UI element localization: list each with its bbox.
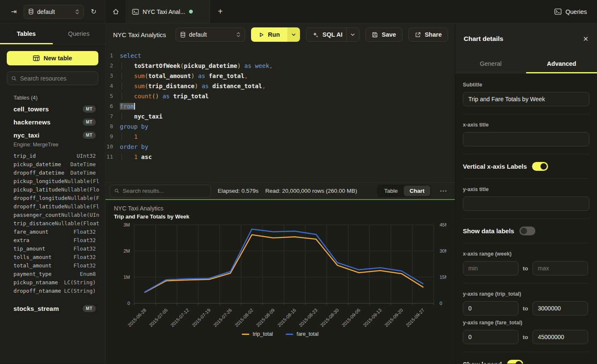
table-column-row: pickup_ntanameLC(String): [14, 278, 96, 287]
svg-text:0: 0: [440, 301, 442, 306]
legend-item[interactable]: trip_total: [242, 331, 273, 337]
svg-text:2015-09-20: 2015-09-20: [384, 307, 404, 328]
code-line[interactable]: 3│ sum(total_amount) as fare_total,: [105, 71, 455, 81]
engine-label: Engine: MergeTree: [7, 142, 98, 150]
code-line[interactable]: 6from: [105, 101, 455, 111]
queries-button[interactable]: Queries: [554, 8, 587, 15]
table-icon: [33, 55, 40, 61]
home-tab[interactable]: [105, 0, 126, 23]
resources-search[interactable]: [7, 71, 98, 85]
column-name: pickup_longitude: [14, 177, 64, 186]
sidebar-item-cell-towers[interactable]: cell_towers MT: [7, 102, 98, 116]
sql-ai-dropdown-caret[interactable]: [346, 28, 359, 41]
run-button-main[interactable]: Run: [251, 27, 287, 42]
tab-advanced[interactable]: Advanced: [526, 54, 597, 73]
run-dropdown-caret[interactable]: [287, 27, 300, 42]
topbar-database-value: default: [37, 8, 72, 15]
sql-ai-button[interactable]: SQL AI: [306, 27, 359, 42]
line-number: 2: [105, 61, 120, 71]
tab-status-dot: [189, 10, 193, 13]
sidebar-item-nyc-taxi[interactable]: nyc_taxi MT: [7, 129, 98, 142]
queries-label: Queries: [565, 8, 587, 15]
x-range-min-input[interactable]: [463, 261, 519, 275]
svg-text:0: 0: [127, 301, 130, 306]
code-content: │ sum(trip_distance) as distance_total,: [120, 81, 266, 91]
x-range-max-input[interactable]: [532, 261, 588, 275]
svg-text:2015-08-02: 2015-08-02: [234, 307, 254, 328]
code-line[interactable]: 2│ toStartOfWeek(pickup_datetime) as wee…: [105, 61, 455, 71]
column-name: pickup_ntaname: [14, 278, 58, 287]
tab-nyc-taxi-analytics[interactable]: NYC Taxi Anal...: [126, 0, 210, 23]
collapse-sidebar-icon[interactable]: ⇥: [8, 6, 19, 17]
y-range-fare-min-input[interactable]: [463, 330, 519, 344]
save-button[interactable]: Save: [365, 27, 403, 42]
column-name: extra: [14, 236, 30, 245]
resources-search-input[interactable]: [20, 75, 94, 82]
x-axis-title-input[interactable]: [463, 132, 589, 146]
table-column-row: pickup_latitudeNullable(Flo: [14, 186, 96, 194]
sidebar-item-hackernews[interactable]: hackernews MT: [7, 116, 98, 129]
code-line[interactable]: 11│ 1 asc: [105, 152, 455, 162]
y-range-trip-min-input[interactable]: [463, 301, 519, 315]
table-name: stocks_stream: [14, 305, 59, 312]
toolbar-database-selector[interactable]: default: [176, 27, 245, 42]
new-tab-button[interactable]: +: [210, 0, 230, 23]
panel-title: Chart details: [464, 35, 503, 43]
topbar-database-selector[interactable]: default: [24, 5, 84, 19]
show-data-labels-toggle[interactable]: [519, 226, 535, 235]
tab-label: NYC Taxi Anal...: [143, 8, 185, 15]
table-column-row: tolls_amountFloat32: [14, 253, 96, 262]
sidebar-tab-queries[interactable]: Queries: [53, 24, 105, 44]
line-number: 11: [105, 152, 120, 162]
sql-editor[interactable]: 1select2│ toStartOfWeek(pickup_datetime)…: [105, 46, 455, 182]
results-search[interactable]: [110, 185, 211, 197]
panel-body: Subtitle x-axis title Vertical x-axis La…: [455, 73, 597, 364]
y-range-trip-max-input[interactable]: [532, 301, 588, 315]
subtitle-input[interactable]: [463, 92, 589, 106]
chart-subtitle: Trip and Fare Totals by Week: [114, 213, 446, 220]
show-legend-toggle[interactable]: [507, 360, 523, 364]
table-column-row: payment_typeEnum8: [14, 270, 96, 278]
code-line[interactable]: 8group by: [105, 121, 455, 132]
tab-general[interactable]: General: [455, 54, 526, 73]
code-line[interactable]: 4│ sum(trip_distance) as distance_total,: [105, 81, 455, 91]
y-axis-title-input[interactable]: [463, 197, 589, 211]
legend-item[interactable]: fare_total: [286, 331, 319, 337]
line-number: 6: [105, 101, 120, 111]
column-type: LC(String): [64, 278, 96, 287]
chevron-down-icon: [292, 33, 296, 36]
share-icon: [415, 32, 421, 38]
share-button[interactable]: Share: [408, 27, 448, 42]
results-search-input[interactable]: [123, 188, 206, 194]
top-bar: ⇥ default ↻ NYC Taxi Anal... + Queries: [0, 0, 597, 24]
new-table-button[interactable]: New table: [7, 51, 98, 65]
code-line[interactable]: 9│ 1: [105, 132, 455, 142]
svg-text:1M: 1M: [124, 275, 130, 280]
sidebar-tab-tables[interactable]: Tables: [0, 24, 53, 44]
vertical-x-axis-labels-toggle[interactable]: [532, 162, 548, 171]
view-toggle-table[interactable]: Table: [378, 186, 403, 196]
run-label: Run: [268, 31, 280, 38]
range-to-label: to: [523, 334, 528, 340]
sidebar-item-stocks-stream[interactable]: stocks_stream MT: [7, 302, 98, 315]
code-line[interactable]: 1select: [105, 51, 455, 61]
search-icon: [11, 75, 17, 81]
code-line[interactable]: 5│ count() as trip_total: [105, 91, 455, 101]
close-icon[interactable]: ✕: [583, 35, 589, 43]
column-type: Nullable(UIn: [61, 211, 99, 219]
svg-text:2015-08-16: 2015-08-16: [276, 307, 297, 328]
y-range-fare-max-input[interactable]: [532, 330, 588, 344]
legend-swatch: [242, 334, 249, 335]
code-line[interactable]: 7│ nyc_taxi: [105, 111, 455, 121]
panel-header: Chart details ✕: [455, 24, 597, 54]
line-number: 10: [105, 142, 120, 152]
more-options-icon[interactable]: ⋯: [438, 186, 449, 195]
view-toggle-chart[interactable]: Chart: [404, 186, 430, 196]
engine-badge: MT: [83, 105, 96, 113]
sparkle-icon: [312, 32, 319, 38]
run-button[interactable]: Run: [251, 27, 300, 42]
code-line[interactable]: 10order by: [105, 142, 455, 152]
line-chart[interactable]: 3M2M1M045M30M15M02015-06-282015-07-05201…: [114, 220, 446, 330]
refresh-icon[interactable]: ↻: [88, 6, 99, 17]
column-name: payment_type: [14, 270, 51, 278]
